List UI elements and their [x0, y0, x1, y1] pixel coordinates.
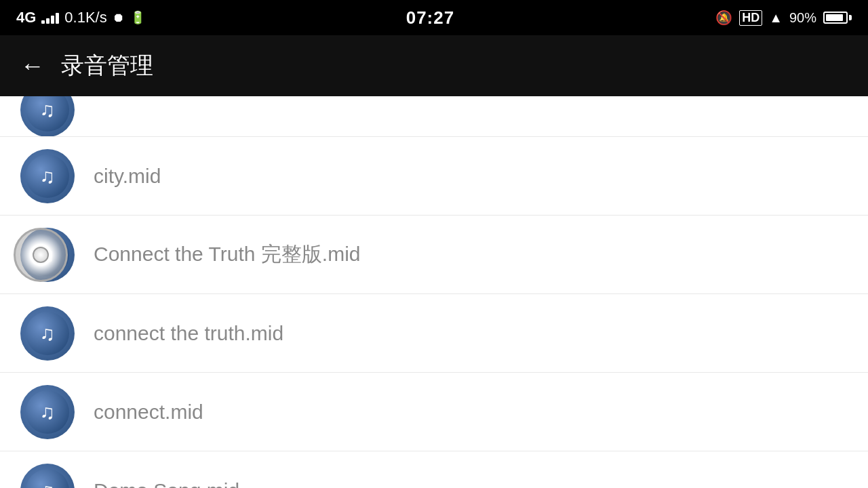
list-item[interactable]: ♫ Demo Song.mid	[0, 451, 868, 488]
file-list: ♫ ♫ city.mid ♫ Connect the Truth 完整版.mid…	[0, 96, 868, 488]
network-label: 4G	[16, 9, 36, 26]
list-item[interactable]: ♫ city.mid	[0, 137, 868, 216]
status-bar: 4G 0.1K/s ⏺ 🔋 07:27 🔕 HD ▲ 90%	[0, 0, 868, 35]
hd-label: HD	[739, 10, 762, 26]
list-item[interactable]: ♫ connect the truth.mid	[0, 294, 868, 373]
list-item[interactable]: ♫ Connect the Truth 完整版.mid	[0, 216, 868, 294]
app-header: ← 录音管理	[0, 35, 868, 96]
mute-icon: 🔕	[715, 9, 732, 26]
music-file-icon: ♫	[20, 96, 75, 137]
battery-small-icon: 🔋	[130, 10, 145, 25]
battery-icon	[823, 12, 852, 24]
battery-percent: 90%	[789, 10, 816, 26]
music-file-icon: ♫	[20, 385, 75, 439]
music-file-icon: ♫	[20, 306, 75, 361]
list-item[interactable]: ♫	[0, 96, 868, 137]
page-title: 录音管理	[61, 50, 153, 81]
signal-bars-icon	[41, 12, 59, 24]
list-item[interactable]: ♫ connect.mid	[0, 373, 868, 451]
status-time: 07:27	[406, 7, 455, 28]
music-file-icon: ♫	[20, 149, 75, 203]
status-right: 🔕 HD ▲ 90%	[715, 9, 852, 26]
status-left: 4G 0.1K/s ⏺ 🔋	[16, 9, 145, 26]
record-icon: ⏺	[113, 11, 125, 25]
file-name: Demo Song.mid	[94, 479, 239, 489]
back-button[interactable]: ←	[20, 52, 45, 80]
playing-indicator-inner	[33, 247, 49, 263]
wifi-icon: ▲	[769, 10, 783, 26]
music-file-icon: ♫	[20, 464, 75, 489]
file-name: connect.mid	[94, 401, 203, 424]
file-name: connect the truth.mid	[94, 322, 283, 345]
file-name: city.mid	[94, 165, 161, 188]
speed-label: 0.1K/s	[64, 9, 106, 26]
playing-indicator	[14, 228, 68, 282]
file-name: Connect the Truth 完整版.mid	[94, 241, 361, 268]
music-file-icon-container: ♫	[20, 228, 75, 282]
